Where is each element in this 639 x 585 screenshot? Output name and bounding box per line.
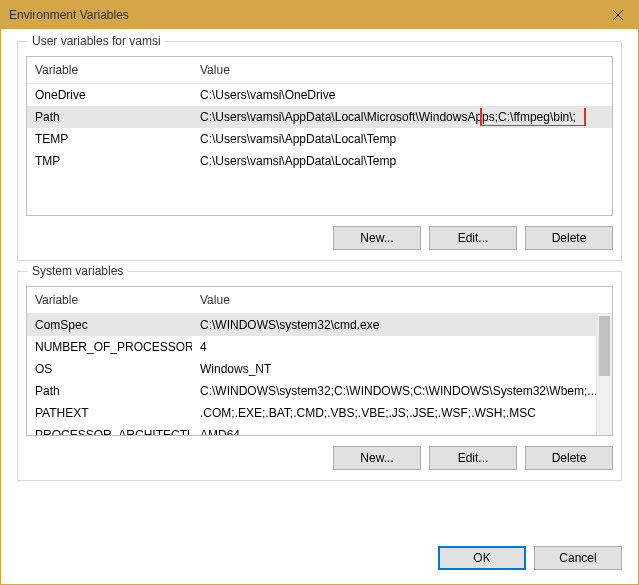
table-row[interactable]: PATHEXT .COM;.EXE;.BAT;.CMD;.VBS;.VBE;.J… bbox=[27, 402, 612, 424]
edit-button[interactable]: Edit... bbox=[429, 446, 517, 470]
cell-variable: PATHEXT bbox=[27, 404, 192, 422]
edit-button[interactable]: Edit... bbox=[429, 226, 517, 250]
scrollbar-thumb[interactable] bbox=[599, 316, 610, 376]
cell-variable: NUMBER_OF_PROCESSORS bbox=[27, 338, 192, 356]
cell-variable: OS bbox=[27, 360, 192, 378]
cell-value: C:\Users\vamsi\AppData\Local\Microsoft\W… bbox=[192, 108, 612, 126]
close-button[interactable] bbox=[598, 1, 638, 29]
user-table-header: Variable Value bbox=[27, 57, 612, 84]
system-variables-group: System variables Variable Value ComSpec … bbox=[17, 271, 622, 481]
column-header-value[interactable]: Value bbox=[192, 57, 612, 83]
delete-button[interactable]: Delete bbox=[525, 446, 613, 470]
dialog-window: Environment Variables User variables for… bbox=[0, 0, 639, 585]
delete-button[interactable]: Delete bbox=[525, 226, 613, 250]
cell-variable: Path bbox=[27, 382, 192, 400]
close-icon bbox=[613, 10, 623, 20]
table-row[interactable]: TEMP C:\Users\vamsi\AppData\Local\Temp bbox=[27, 128, 612, 150]
cell-variable: ComSpec bbox=[27, 316, 192, 334]
scrollbar[interactable] bbox=[596, 314, 612, 435]
system-button-row: New... Edit... Delete bbox=[26, 446, 613, 470]
new-button[interactable]: New... bbox=[333, 226, 421, 250]
user-group-legend: User variables for vamsi bbox=[28, 34, 165, 48]
table-row[interactable]: OneDrive C:\Users\vamsi\OneDrive bbox=[27, 84, 612, 106]
cancel-button[interactable]: Cancel bbox=[534, 546, 622, 570]
column-header-value[interactable]: Value bbox=[192, 287, 612, 313]
cell-variable: Path bbox=[27, 108, 192, 126]
cell-variable: TEMP bbox=[27, 130, 192, 148]
system-group-legend: System variables bbox=[28, 264, 127, 278]
cell-value: C:\Users\vamsi\AppData\Local\Temp bbox=[192, 130, 612, 148]
dialog-content: User variables for vamsi Variable Value … bbox=[1, 29, 638, 584]
user-variables-table[interactable]: Variable Value OneDrive C:\Users\vamsi\O… bbox=[26, 56, 613, 216]
cell-value: C:\Users\vamsi\AppData\Local\Temp bbox=[192, 152, 612, 170]
cell-value: C:\WINDOWS\system32;C:\WINDOWS;C:\WINDOW… bbox=[192, 382, 612, 400]
dialog-footer: OK Cancel bbox=[17, 538, 622, 574]
table-row[interactable]: Path C:\WINDOWS\system32;C:\WINDOWS;C:\W… bbox=[27, 380, 612, 402]
cell-value: AMD64 bbox=[192, 426, 612, 435]
system-table-header: Variable Value bbox=[27, 287, 612, 314]
table-row[interactable]: OS Windows_NT bbox=[27, 358, 612, 380]
cell-variable: PROCESSOR_ARCHITECTURE bbox=[27, 426, 192, 435]
system-variables-table[interactable]: Variable Value ComSpec C:\WINDOWS\system… bbox=[26, 286, 613, 436]
table-row[interactable]: ComSpec C:\WINDOWS\system32\cmd.exe bbox=[27, 314, 612, 336]
cell-value: Windows_NT bbox=[192, 360, 612, 378]
cell-value: 4 bbox=[192, 338, 612, 356]
user-table-body: OneDrive C:\Users\vamsi\OneDrive Path C:… bbox=[27, 84, 612, 215]
column-header-variable[interactable]: Variable bbox=[27, 287, 192, 313]
system-table-body: ComSpec C:\WINDOWS\system32\cmd.exe NUMB… bbox=[27, 314, 612, 435]
cell-value: .COM;.EXE;.BAT;.CMD;.VBS;.VBE;.JS;.JSE;.… bbox=[192, 404, 612, 422]
window-title: Environment Variables bbox=[9, 8, 598, 22]
ok-button[interactable]: OK bbox=[438, 546, 526, 570]
path-value-text: C:\Users\vamsi\AppData\Local\Microsoft\W… bbox=[200, 110, 576, 124]
table-row[interactable]: TMP C:\Users\vamsi\AppData\Local\Temp bbox=[27, 150, 612, 172]
table-row[interactable]: PROCESSOR_ARCHITECTURE AMD64 bbox=[27, 424, 612, 435]
new-button[interactable]: New... bbox=[333, 446, 421, 470]
table-row[interactable]: NUMBER_OF_PROCESSORS 4 bbox=[27, 336, 612, 358]
table-row[interactable]: Path C:\Users\vamsi\AppData\Local\Micros… bbox=[27, 106, 612, 128]
title-bar: Environment Variables bbox=[1, 1, 638, 29]
cell-value: C:\Users\vamsi\OneDrive bbox=[192, 86, 612, 104]
user-variables-group: User variables for vamsi Variable Value … bbox=[17, 41, 622, 261]
cell-variable: OneDrive bbox=[27, 86, 192, 104]
user-button-row: New... Edit... Delete bbox=[26, 226, 613, 250]
column-header-variable[interactable]: Variable bbox=[27, 57, 192, 83]
cell-value: C:\WINDOWS\system32\cmd.exe bbox=[192, 316, 612, 334]
cell-variable: TMP bbox=[27, 152, 192, 170]
